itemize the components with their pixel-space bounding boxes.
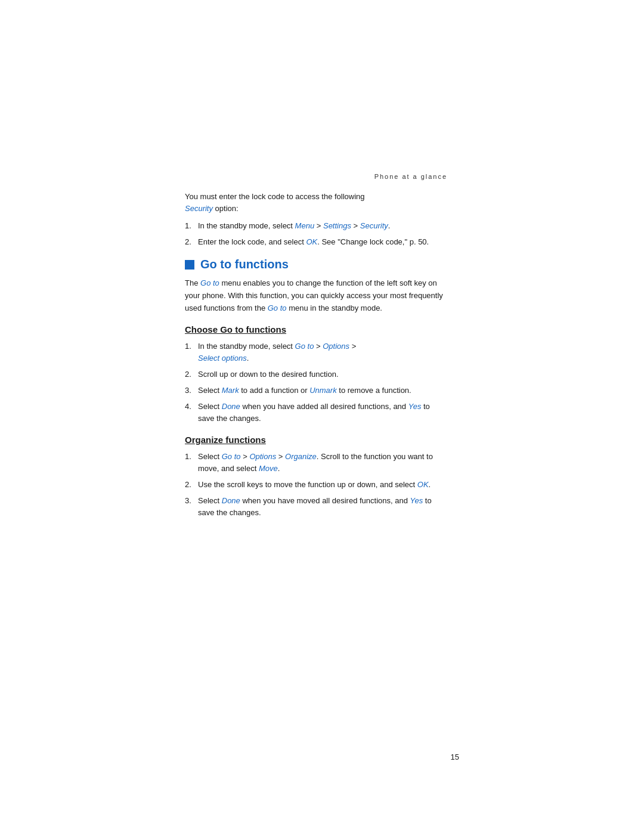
organize-link[interactable]: Organize (285, 452, 317, 461)
subsection2-step-2-text: Use the scroll keys to move the function… (198, 479, 431, 491)
settings-link[interactable]: Settings (323, 221, 351, 230)
pre-steps-list: 1. In the standby mode, select Menu > Se… (185, 220, 447, 248)
pre-step-2-num: 2. (185, 236, 194, 248)
goto-link-step1[interactable]: Go to (295, 342, 314, 351)
goto-link-body[interactable]: Go to (200, 278, 219, 287)
ok-link-pre[interactable]: OK (306, 237, 317, 246)
subsection1-step-2: 2. Scroll up or down to the desired func… (185, 368, 447, 380)
subsection2-steps: 1. Select Go to > Options > Organize. Sc… (185, 451, 447, 519)
content-area: Phone at a glance You must enter the loc… (185, 173, 447, 527)
subsection1-step-1-text: In the standby mode, select Go to > Opti… (198, 340, 356, 364)
main-section-title: Go to functions (200, 258, 289, 271)
pre-step-2-text: Enter the lock code, and select OK. See … (198, 236, 429, 248)
page-header: Phone at a glance (185, 173, 447, 180)
subsection2-step-1-text: Select Go to > Options > Organize. Scrol… (198, 451, 447, 475)
subsection1-step-4-text: Select Done when you have added all desi… (198, 401, 447, 425)
security-link[interactable]: Security (185, 204, 213, 213)
ok-link-sub2[interactable]: OK (417, 480, 429, 489)
subsection1-steps: 1. In the standby mode, select Go to > O… (185, 340, 447, 425)
unmark-link[interactable]: Unmark (309, 386, 337, 395)
yes-link-sub2[interactable]: Yes (410, 496, 423, 505)
options-link-step1[interactable]: Options (323, 342, 349, 351)
goto-link-body2[interactable]: Go to (268, 304, 287, 312)
subsection2-step-3-text: Select Done when you have moved all desi… (198, 495, 447, 519)
main-section-body: The Go to menu enables you to change the… (185, 277, 447, 314)
subsection1-heading: Choose Go to functions (185, 324, 447, 335)
page: Phone at a glance You must enter the loc… (0, 0, 644, 833)
intro-option: option: (213, 204, 239, 213)
subsection2-step-3-num: 3. (185, 495, 194, 519)
yes-link-sub1[interactable]: Yes (408, 402, 422, 411)
subsection2-heading: Organize functions (185, 435, 447, 445)
subsection2-step-2-num: 2. (185, 479, 194, 491)
subsection1-step-2-num: 2. (185, 368, 194, 380)
subsection1-step-1: 1. In the standby mode, select Go to > O… (185, 340, 447, 364)
subsection1-step-3-text: Select Mark to add a function or Unmark … (198, 385, 411, 397)
menu-link[interactable]: Menu (295, 221, 315, 230)
section-icon (185, 260, 194, 270)
done-link-sub2[interactable]: Done (222, 496, 240, 505)
select-options-link[interactable]: Select options (198, 354, 247, 363)
subsection1-step-4: 4. Select Done when you have added all d… (185, 401, 447, 425)
subsection1-step-3: 3. Select Mark to add a function or Unma… (185, 385, 447, 397)
subsection1-step-4-num: 4. (185, 401, 194, 425)
subsection2-step-1-num: 1. (185, 451, 194, 475)
mark-link[interactable]: Mark (222, 386, 239, 395)
subsection2-step-1: 1. Select Go to > Options > Organize. Sc… (185, 451, 447, 475)
page-number: 15 (451, 753, 459, 761)
subsection1-step-2-text: Scroll up or down to the desired functio… (198, 368, 339, 380)
options-link-sub2[interactable]: Options (249, 452, 276, 461)
pre-step-1: 1. In the standby mode, select Menu > Se… (185, 220, 447, 232)
done-link-sub1[interactable]: Done (222, 402, 240, 411)
intro-paragraph: You must enter the lock code to access t… (185, 191, 447, 214)
pre-step-1-text: In the standby mode, select Menu > Setti… (198, 220, 390, 232)
subsection1-step-1-num: 1. (185, 340, 194, 364)
intro-text: You must enter the lock code to access t… (185, 192, 365, 201)
main-section-heading: Go to functions (185, 258, 447, 271)
subsection1-step-3-num: 3. (185, 385, 194, 397)
pre-step-1-num: 1. (185, 220, 194, 232)
security-link-step[interactable]: Security (360, 221, 388, 230)
subsection2-step-3: 3. Select Done when you have moved all d… (185, 495, 447, 519)
goto-link-sub2[interactable]: Go to (222, 452, 241, 461)
subsection2-step-2: 2. Use the scroll keys to move the funct… (185, 479, 447, 491)
pre-step-2: 2. Enter the lock code, and select OK. S… (185, 236, 447, 248)
move-link[interactable]: Move (259, 464, 278, 473)
